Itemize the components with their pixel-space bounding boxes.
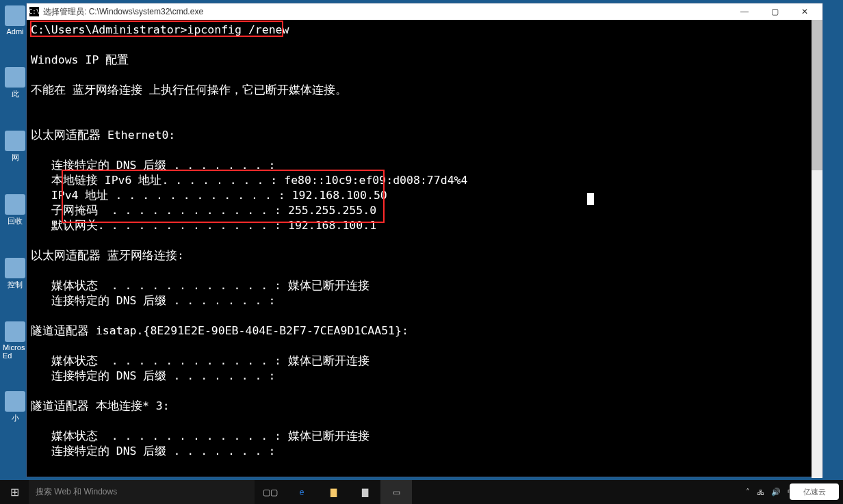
search-box[interactable]: 搜索 Web 和 Windows [29,480,255,504]
tray-network-icon[interactable]: 🖧 [757,488,764,496]
maximize-button[interactable]: ▢ [760,3,790,20]
dns-suffix-line: 连接特定的 DNS 后缀 . . . . . . . : [31,369,275,382]
dns-suffix-line: 连接特定的 DNS 后缀 . . . . . . . : [31,159,275,172]
typed-command: ipconfig /renew [187,23,289,36]
media-state-line: 媒体状态 . . . . . . . . . . . . : 媒体已断开连接 [31,279,369,292]
tunnel-adapter-isatap-title: 隧道适配器 isatap.{8E291E2E-90EB-404E-B2F7-7C… [31,324,408,337]
desktop-icon[interactable]: 小 [3,391,27,423]
titlebar[interactable]: C:\ 选择管理员: C:\Windows\system32\cmd.exe —… [27,3,822,20]
taskbar: ⊞ 搜索 Web 和 Windows ▢▢ e ▇ ▇ ▭ ˄ 🖧 🔊 中 ⌨ … [0,480,843,504]
store-icon[interactable]: ▇ [349,480,380,504]
desktop-icon[interactable]: 回收 [3,194,27,226]
tray-volume-icon[interactable]: 🔊 [771,488,781,496]
terminal-output[interactable]: C:\Users\Administrator>ipconfig /renew W… [27,20,822,477]
ethernet-adapter-title: 以太网适配器 Ethernet0: [31,129,175,142]
ipv4-line: IPv4 地址 . . . . . . . . . . . . : 192.16… [31,189,387,202]
desktop-icons: Admi 此 网 回收 控制 Micros Ed 小 [3,5,27,423]
dns-suffix-line: 连接特定的 DNS 后缀 . . . . . . . : [31,294,275,307]
task-view-icon[interactable]: ▢▢ [255,480,286,504]
cmd-app-icon: C:\ [29,7,39,16]
ipv6-line: 本地链接 IPv6 地址. . . . . . . . : fe80::10c9… [31,174,467,187]
cmd-window: C:\ 选择管理员: C:\Windows\system32\cmd.exe —… [26,3,823,477]
desktop-icon[interactable]: Admi [3,5,27,36]
close-button[interactable]: ✕ [790,3,820,20]
windows-icon: ⊞ [10,486,19,499]
desktop-icon[interactable]: 控制 [3,258,27,290]
subnet-mask-line: 子网掩码 . . . . . . . . . . . . : 255.255.2… [31,204,376,217]
bluetooth-adapter-title: 以太网适配器 蓝牙网络连接: [31,249,184,262]
search-placeholder: 搜索 Web 和 Windows [36,486,117,498]
tunnel-adapter-local-title: 隧道适配器 本地连接* 3: [31,399,170,412]
desktop-icon[interactable]: 此 [3,67,27,99]
prompt: C:\Users\Administrator> [31,23,187,36]
bluetooth-error-line: 不能在 蓝牙网络连接 上执行任何操作，它已断开媒体连接。 [31,83,347,96]
tray-chevron-icon[interactable]: ˄ [746,488,750,496]
minimize-button[interactable]: — [729,3,760,20]
scroll-thumb[interactable] [812,20,822,170]
window-title: 选择管理员: C:\Windows\system32\cmd.exe [43,6,729,18]
media-state-line: 媒体状态 . . . . . . . . . . . . : 媒体已断开连接 [31,354,369,367]
start-button[interactable]: ⊞ [0,480,29,504]
default-gateway-line: 默认网关. . . . . . . . . . . . . : 192.168.… [31,219,376,232]
watermark-logo: 亿速云 [790,483,839,500]
edge-icon[interactable]: e [286,480,317,504]
file-explorer-icon[interactable]: ▇ [317,480,349,504]
ip-config-header: Windows IP 配置 [31,53,129,66]
desktop-icon[interactable]: Micros Ed [3,321,27,360]
prompt: C:\Users\Administrator>_ [31,475,194,477]
scrollbar[interactable] [812,20,822,478]
dns-suffix-line: 连接特定的 DNS 后缀 . . . . . . . : [31,445,275,457]
media-state-line: 媒体状态 . . . . . . . . . . . . : 媒体已断开连接 [31,429,369,442]
text-cursor-block [587,193,594,205]
cmd-taskbar-icon[interactable]: ▭ [380,480,412,504]
desktop-icon[interactable]: 网 [3,131,27,163]
